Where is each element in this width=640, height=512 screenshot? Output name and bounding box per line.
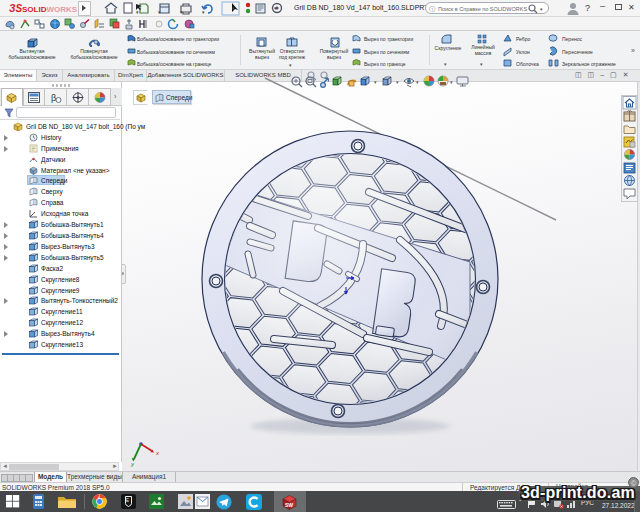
svg-text:▾: ▾ bbox=[416, 79, 419, 85]
svg-text:β: β bbox=[51, 93, 56, 103]
svg-text:x: x bbox=[155, 450, 160, 456]
svg-text:SW: SW bbox=[285, 502, 293, 508]
svg-text:▾: ▾ bbox=[396, 79, 399, 85]
svg-text:y: y bbox=[130, 461, 135, 467]
svg-text:▾: ▾ bbox=[450, 79, 453, 85]
svg-text:E: E bbox=[126, 498, 129, 503]
svg-text:▾: ▾ bbox=[374, 79, 377, 85]
